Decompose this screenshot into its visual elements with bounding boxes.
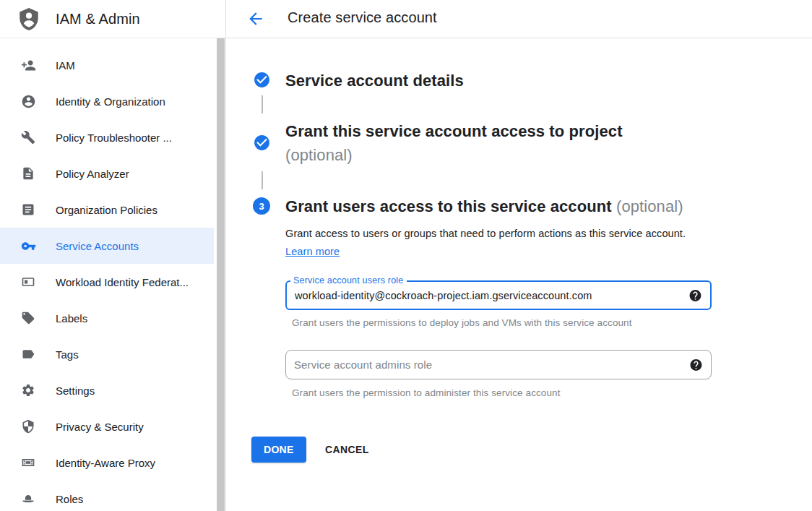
sidebar-scrollbar[interactable] [217,38,225,511]
sidebar-item-labels[interactable]: Labels [0,300,214,336]
sidebar-item-iam[interactable]: IAM [0,47,214,83]
page-title: Create service account [288,9,437,26]
step-connector [262,171,263,189]
sidebar-item-label: Workload Identity Federat... [56,276,189,288]
person-add-icon [20,57,36,73]
step3-description: Grant access to users or groups that nee… [285,225,687,261]
step2-title-text: Grant this service account access to pro… [285,122,623,140]
sidebar-item-roles[interactable]: Roles [0,481,214,511]
sidebar: IAM & Admin IAM Identity & Organization … [0,0,226,511]
sidebar-item-label: Organization Policies [56,204,157,216]
sidebar-item-label: Policy Troubleshooter ... [56,132,172,144]
sidebar-item-label: Tags [56,348,79,361]
sidebar-item-label: Policy Analyzer [56,168,129,180]
learn-more-link[interactable]: Learn more [285,246,340,257]
back-arrow-icon [246,9,265,28]
service-account-key-icon [20,238,36,254]
admins-role-input[interactable] [286,351,711,379]
sidebar-item-label: Identity & Organization [56,95,165,108]
users-role-helper-text: Grant users the permissions to deploy jo… [292,317,725,328]
article-icon [20,202,36,218]
sidebar-item-identity-organization[interactable]: Identity & Organization [0,83,214,119]
service-account-users-role-field: Service account users role [285,280,712,310]
sidebar-item-label: Identity-Aware Proxy [56,457,155,469]
sidebar-item-workload-identity-federation[interactable]: Workload Identity Federat... [0,264,214,300]
step3-number-badge: 3 [253,197,270,215]
sidebar-item-label: Roles [56,493,83,505]
service-account-admins-role-field [285,350,712,379]
wrench-icon [20,129,36,145]
step2-optional-label: (optional) [285,143,623,167]
sidebar-item-service-accounts[interactable]: Service Accounts [0,228,214,264]
done-button[interactable]: DONE [251,437,306,463]
shield-icon [20,418,36,434]
step3-title-text: Grant users access to this service accou… [285,197,612,215]
sidebar-item-tags[interactable]: Tags [0,336,214,372]
step3-number: 3 [259,201,264,212]
proxy-icon [20,455,36,471]
step1-title: Service account details [285,69,464,93]
sidebar-item-policy-analyzer[interactable]: Policy Analyzer [0,155,214,192]
main-header: Create service account [226,0,812,38]
sidebar-header: IAM & Admin [0,0,225,38]
sidebar-item-label: Privacy & Security [56,421,144,433]
admins-role-help-icon[interactable] [689,358,703,372]
sidebar-item-label: Service Accounts [56,240,139,252]
step3-title: Grant users access to this service accou… [285,194,683,218]
product-name: IAM & Admin [56,11,140,27]
label-tag-icon [20,310,36,326]
users-role-help-icon[interactable] [688,288,702,302]
back-arrow-button[interactable] [246,9,265,28]
step1-check-icon [253,71,271,89]
policy-document-icon [20,166,36,181]
roles-hat-icon [20,491,36,507]
badge-card-icon [20,274,36,290]
sidebar-nav: IAM Identity & Organization Policy Troub… [0,38,225,511]
step2-check-icon [253,134,271,152]
users-role-input[interactable] [287,282,710,309]
sidebar-item-identity-aware-proxy[interactable]: Identity-Aware Proxy [0,445,214,481]
step3-description-text: Grant access to users or groups that nee… [285,228,686,239]
sidebar-item-settings[interactable]: Settings [0,372,214,408]
sidebar-item-label: Settings [56,385,95,397]
sidebar-item-organization-policies[interactable]: Organization Policies [0,192,214,228]
account-circle-icon [20,93,36,109]
admins-role-helper-text: Grant users the permission to administer… [292,387,725,398]
tag-arrow-icon [20,346,36,362]
iam-admin-shield-logo-icon [15,4,42,33]
step3-optional-label: (optional) [616,197,683,215]
sidebar-item-label: Labels [56,312,87,325]
sidebar-item-label: IAM [56,59,75,72]
sidebar-item-policy-troubleshooter[interactable]: Policy Troubleshooter ... [0,119,214,155]
step2-title: Grant this service account access to pro… [285,119,623,167]
step-connector [262,95,263,113]
cancel-button[interactable]: CANCEL [316,437,378,463]
gear-icon [20,382,36,398]
main-panel: Create service account Service account d… [226,0,812,511]
sidebar-item-privacy-security[interactable]: Privacy & Security [0,408,214,445]
